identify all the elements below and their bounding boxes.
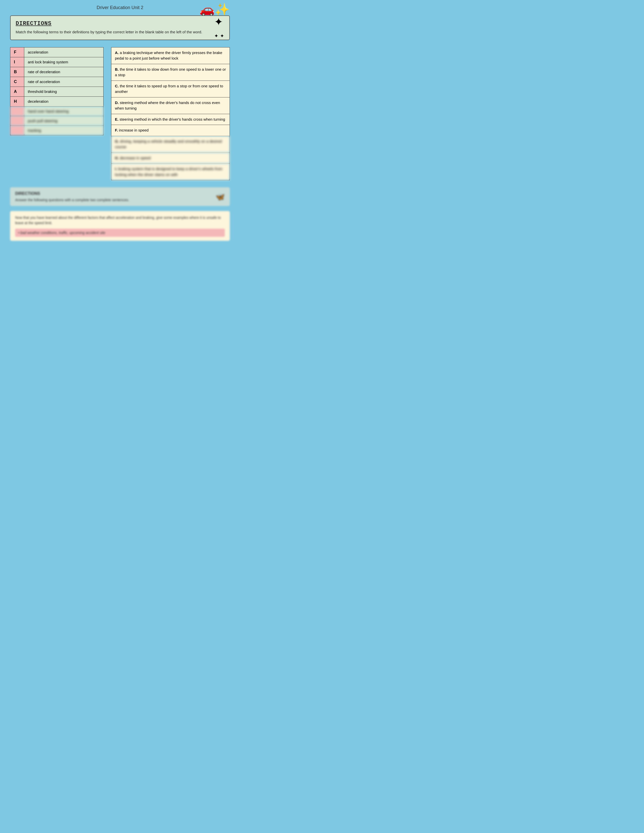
page-header: Driver Education Unit 2 🚗✨ bbox=[10, 5, 230, 10]
left-term-cell: anti lock braking system bbox=[24, 57, 103, 67]
sparkle-icon: ✦✦ ✦ bbox=[214, 15, 224, 40]
left-letter-cell: C bbox=[10, 77, 24, 87]
right-definition-cell: E. steering method in which the driver's… bbox=[111, 114, 230, 125]
page-title: Driver Education Unit 2 bbox=[97, 5, 143, 10]
left-letter-cell: I bbox=[10, 57, 24, 67]
right-definition-cell: C. the time it takes to speed up from a … bbox=[111, 80, 230, 97]
right-definition-cell: B. the time it takes to slow down from o… bbox=[111, 64, 230, 80]
section2-sparkle-icon: 🦋 bbox=[216, 192, 225, 201]
section2-box: DIRECTIONS Answer the following question… bbox=[10, 187, 230, 206]
right-table: A. a braking technique where the driver … bbox=[111, 47, 230, 180]
left-term-cell: deceleration bbox=[24, 96, 103, 106]
left-letter-cell: F bbox=[10, 47, 24, 57]
right-definition-cell: A. a braking technique where the driver … bbox=[111, 47, 230, 64]
section3-answer: • bad weather conditions, traffic, upcom… bbox=[15, 229, 225, 237]
left-letter-cell: A bbox=[10, 87, 24, 96]
directions-title: Directions bbox=[16, 21, 224, 27]
left-table: FaccelerationIanti lock braking systemBr… bbox=[10, 47, 103, 180]
left-letter-cell bbox=[10, 125, 24, 135]
right-definition-cell: H. decrease in speed bbox=[111, 153, 230, 164]
section3-box: Now that you have learned about the diff… bbox=[10, 211, 230, 241]
left-term-cell: hand over hand steering bbox=[24, 106, 103, 116]
directions-box: Directions Match the following terms to … bbox=[10, 15, 230, 40]
left-term-cell: tracking bbox=[24, 125, 103, 135]
right-definition-cell: I. braking system that is designed to ke… bbox=[111, 164, 230, 180]
section2-text: Answer the following questions with a co… bbox=[15, 198, 225, 202]
section3-intro: Now that you have learned about the diff… bbox=[15, 215, 225, 226]
directions-text: Match the following terms to their defin… bbox=[16, 29, 224, 35]
car-icon: 🚗✨ bbox=[200, 3, 230, 17]
left-term-cell: rate of deceleration bbox=[24, 67, 103, 77]
section2-title: DIRECTIONS bbox=[15, 191, 225, 196]
left-term-cell: push pull steering bbox=[24, 116, 103, 125]
left-letter-cell: B bbox=[10, 67, 24, 77]
right-definition-cell: D. steering method where the driver's ha… bbox=[111, 97, 230, 114]
left-letter-cell bbox=[10, 116, 24, 125]
left-term-cell: rate of acceleration bbox=[24, 77, 103, 87]
left-term-cell: threshold braking bbox=[24, 87, 103, 96]
right-definition-cell: F. increase in speed bbox=[111, 125, 230, 136]
matching-container: FaccelerationIanti lock braking systemBr… bbox=[10, 47, 230, 180]
left-letter-cell bbox=[10, 106, 24, 116]
left-term-cell: acceleration bbox=[24, 47, 103, 57]
left-letter-cell: H bbox=[10, 96, 24, 106]
right-definition-cell: G. driving, keeping a vehicle steadily a… bbox=[111, 136, 230, 153]
